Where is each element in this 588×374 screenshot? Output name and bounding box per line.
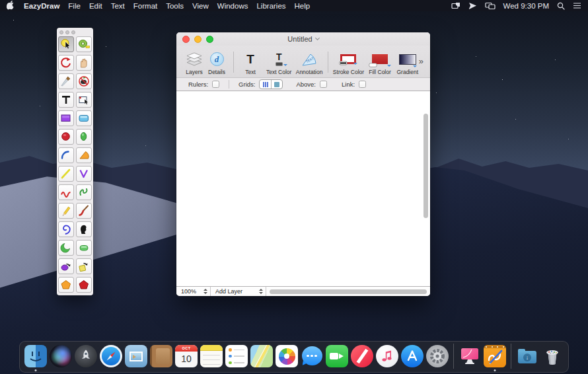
- dock-eazydraw-icon[interactable]: [484, 345, 506, 367]
- zoom-popup[interactable]: 100%: [176, 287, 211, 296]
- tool-select-button[interactable]: [58, 36, 74, 52]
- dock-siri-icon[interactable]: [50, 345, 72, 367]
- sidecar-displays-icon[interactable]: [485, 2, 496, 10]
- menu-app-name[interactable]: EazyDraw: [24, 2, 59, 10]
- tool-hand-button[interactable]: [76, 55, 92, 71]
- toolbar-gradient-button[interactable]: Gradient: [396, 50, 419, 75]
- dock-mail-icon[interactable]: [125, 345, 147, 367]
- grid-lines-segment[interactable]: [260, 80, 271, 89]
- menu-item-help[interactable]: Help: [295, 2, 311, 10]
- grids-label: Grids:: [239, 81, 255, 88]
- dock-system-preferences-icon[interactable]: [426, 345, 449, 367]
- tool-rectangle-button[interactable]: [58, 110, 74, 126]
- dock-display-app-icon[interactable]: [459, 345, 481, 367]
- dock-maps-icon[interactable]: [250, 345, 273, 367]
- tool-polygon-button[interactable]: [76, 277, 92, 293]
- title-chevron-icon[interactable]: [315, 36, 320, 40]
- tool-silhouette-button[interactable]: [76, 221, 92, 237]
- grids-segmented-control[interactable]: [259, 79, 283, 89]
- toolbar-layers-button[interactable]: Layers: [183, 50, 205, 75]
- screen-share-icon[interactable]: [451, 2, 460, 10]
- toolbar-annotation-button[interactable]: TEXT Annotation: [296, 50, 322, 75]
- circle-icon: [59, 130, 73, 143]
- link-checkbox[interactable]: [359, 81, 366, 88]
- dock-news-icon[interactable]: [351, 345, 373, 367]
- tool-brush-button[interactable]: [76, 203, 92, 219]
- tool-rounded-blob-button[interactable]: [76, 240, 92, 256]
- menu-item-format[interactable]: Format: [133, 2, 157, 10]
- stroke-color-icon: [340, 50, 356, 68]
- menu-item-view[interactable]: View: [192, 2, 209, 10]
- tool-text-button[interactable]: [58, 92, 74, 108]
- palette-zoom-button[interactable]: [71, 30, 75, 34]
- tool-knife-button[interactable]: [58, 73, 74, 89]
- dock-contacts-icon[interactable]: [150, 345, 172, 367]
- dock-facetime-icon[interactable]: [326, 345, 348, 367]
- tool-pencil-button[interactable]: [58, 203, 74, 219]
- tool-line-button[interactable]: [58, 166, 74, 182]
- toolbar-overflow-button[interactable]: »: [419, 56, 426, 75]
- dock-app-store-icon[interactable]: [401, 345, 423, 367]
- tool-rotate-button[interactable]: [58, 55, 74, 71]
- dock-launchpad-icon[interactable]: [75, 345, 97, 367]
- above-checkbox[interactable]: [320, 81, 327, 88]
- running-indicator: [35, 369, 37, 371]
- menu-item-text[interactable]: Text: [111, 2, 125, 10]
- horizontal-scrollbar-thumb[interactable]: [270, 289, 427, 294]
- spotlight-search-icon[interactable]: [557, 2, 565, 10]
- apple-menu-icon[interactable]: [7, 1, 15, 11]
- tool-edit-points-button[interactable]: [76, 92, 92, 108]
- palette-titlebar[interactable]: [57, 28, 93, 36]
- airdrop-send-icon[interactable]: [468, 2, 477, 10]
- dock-photos-icon[interactable]: [276, 345, 298, 367]
- toolbar-fill-color-button[interactable]: Fill Color: [369, 50, 391, 75]
- tool-wave-curve-button[interactable]: [58, 184, 74, 200]
- tool-wedge-button[interactable]: [76, 147, 92, 163]
- tool-pentagon-button[interactable]: [58, 277, 74, 293]
- tool-polyline-button[interactable]: [76, 166, 92, 182]
- dock-downloads-icon[interactable]: ↓: [516, 345, 538, 367]
- tool-arc-button[interactable]: [58, 147, 74, 163]
- dock-reminders-icon[interactable]: [225, 345, 248, 367]
- link-label: Link:: [342, 81, 355, 88]
- tool-grid: [57, 36, 93, 293]
- tool-spiral-button[interactable]: [58, 221, 74, 237]
- toolbar-text-button[interactable]: T Text: [239, 50, 262, 75]
- dock-calendar-icon[interactable]: OCT 10: [175, 345, 198, 367]
- menu-clock[interactable]: Wed 9:30 PM: [503, 2, 549, 10]
- dock-itunes-icon[interactable]: [376, 345, 398, 367]
- tool-ellipse-button[interactable]: [76, 129, 92, 145]
- tool-rounded-rectangle-button[interactable]: [76, 110, 92, 126]
- menu-item-libraries[interactable]: Libraries: [256, 2, 285, 10]
- toolbar-stroke-color-button[interactable]: Stroke Color: [334, 50, 364, 75]
- dock-finder-icon[interactable]: [24, 345, 47, 367]
- dock-safari-icon[interactable]: [100, 345, 122, 367]
- tool-crescent-button[interactable]: [58, 240, 74, 256]
- notification-center-icon[interactable]: [573, 2, 581, 9]
- menu-item-edit[interactable]: Edit: [89, 2, 102, 10]
- tool-rotate-shape-button[interactable]: [58, 258, 74, 274]
- palette-minimize-button[interactable]: [65, 30, 69, 34]
- tool-flip-shape-button[interactable]: [76, 258, 92, 274]
- drawing-canvas[interactable]: [176, 91, 430, 286]
- window-titlebar[interactable]: Untitled: [176, 32, 430, 46]
- toolbar-details-button[interactable]: d Details: [205, 50, 228, 75]
- menu-item-file[interactable]: File: [68, 2, 81, 10]
- tool-measure-button[interactable]: [76, 36, 92, 52]
- menu-item-windows[interactable]: Windows: [217, 2, 248, 10]
- layer-popup[interactable]: Add Layer: [211, 287, 266, 296]
- horizontal-scrollbar-track[interactable]: [266, 287, 430, 296]
- rulers-checkbox[interactable]: [212, 81, 219, 88]
- palette-close-button[interactable]: [59, 30, 63, 34]
- dock-messages-icon[interactable]: [301, 345, 323, 367]
- grid-fill-segment[interactable]: [271, 80, 282, 89]
- tool-circle-button[interactable]: [58, 129, 74, 145]
- dock-trash-icon[interactable]: [541, 345, 564, 367]
- tool-erase-button[interactable]: [76, 73, 92, 89]
- toolbar-text-color-button[interactable]: T Text Color: [267, 50, 291, 75]
- rotate-icon: [59, 56, 73, 69]
- dock-notes-icon[interactable]: [200, 345, 223, 367]
- menu-item-tools[interactable]: Tools: [166, 2, 184, 10]
- tool-freehand-button[interactable]: [76, 184, 92, 200]
- vertical-scrollbar[interactable]: [423, 114, 428, 218]
